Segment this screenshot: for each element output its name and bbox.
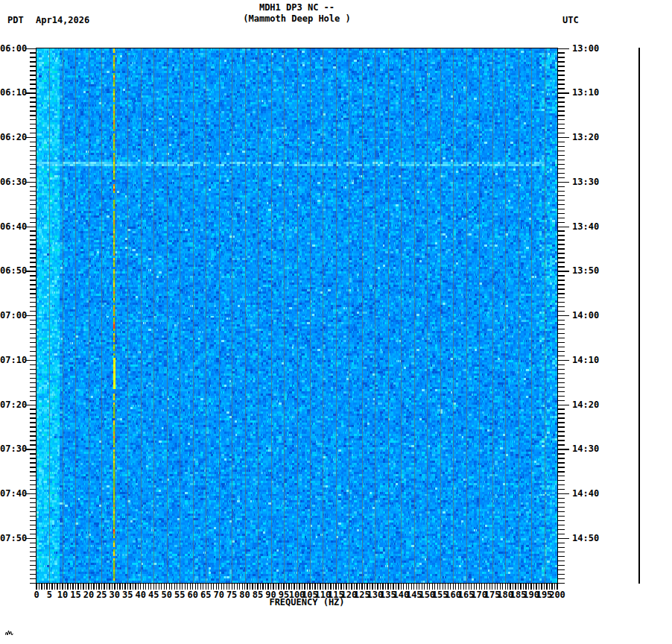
time-minor-tick [558,146,565,147]
freq-tick [288,584,289,590]
freq-tick [109,584,110,590]
freq-tick [486,584,487,590]
time-minor-tick [30,173,37,174]
freq-tick [180,584,180,590]
freq-tick [323,584,323,590]
time-minor-tick [558,498,565,499]
time-minor-tick [558,115,565,116]
freq-tick [460,584,461,590]
freq-tick [455,584,456,590]
time-minor-tick [25,405,37,405]
time-minor-tick [30,431,37,432]
time-minor-tick [30,547,37,548]
time-minor-tick [30,574,37,575]
time-minor-tick [25,449,37,449]
freq-tick [309,584,310,590]
time-minor-tick [30,110,37,111]
freq-tick [72,584,73,590]
freq-tick [197,584,198,590]
time-minor-tick [558,378,565,379]
time-minor-tick [558,574,565,575]
time-minor-tick [25,360,37,361]
time-minor-tick [25,493,37,494]
time-minor-tick [30,70,37,71]
freq-tick [278,584,279,590]
freq-tick [169,584,170,590]
time-minor-tick [30,101,37,102]
freq-tick [429,584,430,590]
time-minor-tick [30,569,37,570]
time-minor-tick [558,177,565,178]
freq-tick [513,584,513,590]
time-minor-tick [30,347,37,347]
freq-tick [150,584,151,590]
freq-tick [255,584,256,590]
time-minor-tick [30,413,37,414]
freq-tick [239,584,240,590]
time-minor-tick [558,128,565,129]
time-minor-tick [558,164,565,165]
freq-tick [265,584,266,590]
freq-tick [304,584,305,590]
time-minor-tick [25,227,37,227]
time-minor-tick [30,467,37,467]
time-minor-tick [558,489,565,490]
time-minor-tick [558,538,569,539]
freq-tick [291,584,292,590]
time-minor-tick [558,391,565,392]
freq-tick [133,584,133,590]
freq-tick [530,584,531,590]
time-minor-tick [558,52,565,53]
freq-tick [190,584,191,590]
freq-tick [432,584,433,590]
time-minor-tick [558,578,565,579]
freq-tick [62,584,63,590]
time-minor-tick [558,101,565,102]
freq-tick [286,584,287,590]
freq-tick [340,584,341,590]
freq-tick [75,584,76,590]
spectrogram-canvas[interactable] [37,48,557,583]
time-minor-tick [558,204,565,205]
time-minor-tick [30,520,37,521]
freq-tick [385,584,386,590]
freq-tick [476,584,477,590]
freq-tick [377,584,378,590]
left-time-label: 06:50 [0,266,25,276]
freq-tick [536,584,536,590]
time-minor-tick [30,453,37,454]
freq-tick [213,584,214,590]
time-minor-tick [558,552,565,552]
freq-tick [411,584,412,590]
freq-tick [299,584,299,590]
freq-tick [67,584,68,590]
freq-tick [211,584,212,590]
freq-tick [41,584,42,590]
freq-tick [356,584,357,590]
freq-tick [351,584,352,590]
freq-tick [382,584,383,590]
time-minor-tick [30,146,37,147]
time-minor-tick [30,342,37,343]
freq-tick [500,584,501,590]
time-minor-tick [558,561,565,561]
freq-tick [124,584,125,590]
freq-tick [419,584,419,590]
freq-tick [51,584,52,590]
freq-tick [148,584,149,590]
time-minor-tick [558,61,565,62]
freq-tick [166,584,167,590]
amplitude-scale-bar [638,48,640,584]
time-minor-tick [558,440,565,441]
left-time-label: 07:00 [0,311,25,321]
time-minor-tick [30,106,37,107]
freq-tick [281,584,282,590]
time-minor-tick [558,449,569,449]
freq-tick [46,584,47,590]
time-minor-tick [30,400,37,401]
freq-tick [267,584,268,590]
time-minor-tick [558,476,565,476]
time-minor-tick [558,173,565,174]
time-minor-tick [558,257,565,258]
time-minor-tick [558,431,565,432]
